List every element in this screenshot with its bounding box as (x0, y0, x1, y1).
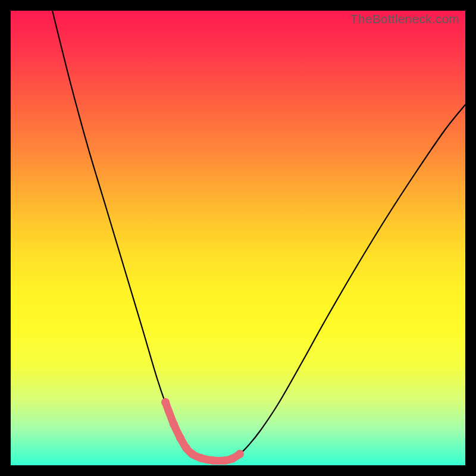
gradient-frame: TheBottleneck.com (11, 11, 465, 465)
pink-dot (182, 444, 190, 452)
pink-dot (161, 398, 170, 406)
pink-dot (176, 434, 184, 442)
pink-dot (188, 450, 196, 458)
pink-dot (197, 454, 205, 462)
pink-dot (209, 456, 217, 465)
pink-dot (221, 456, 229, 465)
pink-dot (170, 420, 178, 428)
bottleneck-chart-svg (11, 11, 465, 465)
pink-trough-overlay (165, 402, 240, 461)
bottleneck-curve (52, 11, 465, 461)
pink-dot (236, 450, 244, 458)
pink-dot (228, 455, 236, 463)
